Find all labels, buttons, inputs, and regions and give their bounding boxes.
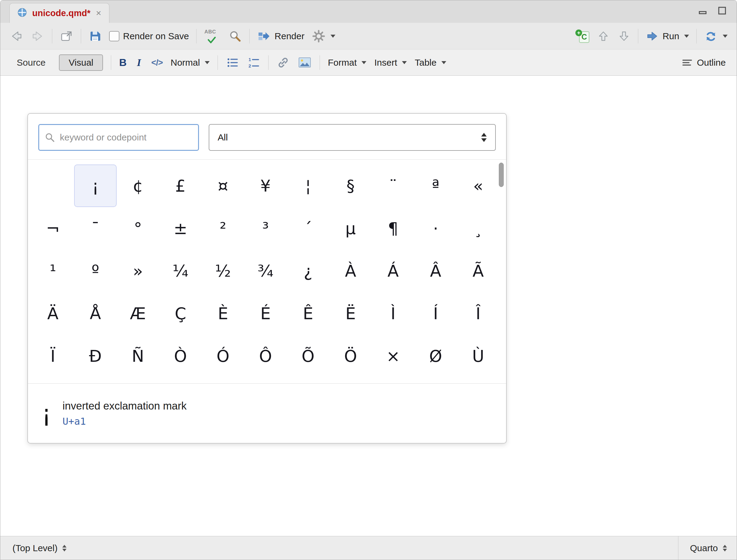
char-cell[interactable]: Ñ [117, 335, 159, 377]
char-cell[interactable]: ¤ [202, 164, 244, 207]
char-cell[interactable]: ¨ [372, 164, 414, 207]
save-button[interactable] [88, 29, 102, 43]
char-cell[interactable]: ¬ [32, 207, 74, 250]
char-cell[interactable]: Î [457, 292, 499, 335]
run-button[interactable]: Run [646, 29, 689, 43]
paragraph-style-dropdown[interactable]: Normal [171, 57, 210, 68]
character-search-input[interactable] [59, 132, 193, 143]
render-on-save-checkbox[interactable] [109, 31, 119, 41]
table-menu[interactable]: Table [415, 57, 446, 68]
minimize-icon[interactable] [697, 5, 708, 17]
char-cell[interactable]: ¦ [287, 164, 329, 207]
char-cell[interactable]: Æ [117, 292, 159, 335]
char-cell[interactable]: Ô [244, 335, 287, 377]
char-cell[interactable]: ° [117, 207, 159, 250]
char-cell[interactable] [32, 164, 74, 207]
char-cell[interactable]: Á [372, 250, 414, 292]
char-preview: ¡ inverted exclamation mark U+a1 [28, 383, 506, 443]
char-cell[interactable]: Ì [372, 292, 414, 335]
char-cell[interactable]: × [372, 335, 414, 377]
link-button[interactable] [277, 56, 290, 69]
search-icon [45, 132, 55, 143]
search-box[interactable] [38, 124, 199, 151]
char-cell[interactable]: Ê [287, 292, 329, 335]
char-cell[interactable]: Â [414, 250, 457, 292]
char-cell[interactable]: ¯ [74, 207, 117, 250]
char-cell[interactable]: Í [414, 292, 457, 335]
outline-toggle-button[interactable]: Outline [681, 57, 726, 69]
char-cell[interactable]: É [244, 292, 287, 335]
char-cell[interactable]: § [329, 164, 372, 207]
char-cell[interactable]: Ó [202, 335, 244, 377]
format-menu[interactable]: Format [328, 57, 367, 68]
open-in-new-window-button[interactable] [60, 29, 74, 43]
char-cell[interactable]: ¸ [457, 207, 499, 250]
char-cell[interactable]: ª [414, 164, 457, 207]
char-cell[interactable]: ± [159, 207, 202, 250]
char-cell[interactable]: È [202, 292, 244, 335]
save-icon [88, 29, 102, 43]
char-cell[interactable]: º [74, 250, 117, 292]
char-cell[interactable]: Ç [159, 292, 202, 335]
char-cell[interactable]: ¶ [372, 207, 414, 250]
find-replace-button[interactable] [228, 29, 242, 43]
char-cell[interactable]: Ï [32, 335, 74, 377]
char-cell[interactable]: Ð [74, 335, 117, 377]
char-cell[interactable]: ¡ [74, 164, 117, 207]
char-cell[interactable]: ¥ [244, 164, 287, 207]
maximize-icon[interactable] [717, 5, 728, 17]
char-cell[interactable]: ² [202, 207, 244, 250]
previous-section-button[interactable] [597, 29, 610, 43]
render-on-save-toggle[interactable]: Render on Save [109, 31, 189, 41]
char-cell[interactable]: Ã [457, 250, 499, 292]
visual-mode-button[interactable]: Visual [59, 54, 103, 71]
numbered-list-button[interactable]: 1 2 [247, 56, 260, 69]
next-section-button[interactable] [617, 29, 631, 43]
char-cell[interactable]: ´ [287, 207, 329, 250]
char-cell[interactable]: ¢ [117, 164, 159, 207]
back-button[interactable] [9, 29, 23, 43]
italic-button[interactable]: I [135, 57, 143, 68]
char-cell[interactable]: « [457, 164, 499, 207]
render-icon [257, 29, 271, 43]
char-cell[interactable]: Ø [414, 335, 457, 377]
char-cell[interactable]: ³ [244, 207, 287, 250]
grid-scrollbar[interactable] [499, 163, 504, 380]
tab-close-icon[interactable]: × [95, 9, 102, 18]
char-cell[interactable]: Õ [287, 335, 329, 377]
char-cell[interactable]: À [329, 250, 372, 292]
char-cell[interactable]: µ [329, 207, 372, 250]
char-cell[interactable]: £ [159, 164, 202, 207]
char-cell[interactable]: Ö [329, 335, 372, 377]
document-format-selector[interactable]: Quarto [678, 536, 737, 560]
char-cell[interactable]: ¹ [32, 250, 74, 292]
forward-button[interactable] [31, 29, 45, 43]
category-select[interactable]: All [209, 124, 496, 151]
char-cell[interactable]: ¼ [159, 250, 202, 292]
char-cell[interactable]: » [117, 250, 159, 292]
char-cell[interactable]: ¾ [244, 250, 287, 292]
char-cell[interactable]: Ò [159, 335, 202, 377]
char-cell[interactable]: · [414, 207, 457, 250]
render-button[interactable]: Render [257, 29, 305, 43]
code-button[interactable]: </> [151, 58, 163, 67]
tab-unicode-qmd[interactable]: unicode.qmd* × [9, 3, 109, 23]
render-options-button[interactable] [312, 29, 336, 43]
insert-menu[interactable]: Insert [374, 57, 407, 68]
char-cell[interactable]: Ù [457, 335, 499, 377]
char-cell[interactable]: ¿ [287, 250, 329, 292]
bullet-list-button[interactable] [226, 56, 239, 69]
insert-chunk-button[interactable]: C + [575, 29, 589, 43]
scope-selector[interactable]: (Top Level) [12, 543, 67, 553]
char-cell[interactable]: Ä [32, 292, 74, 335]
bullet-list-icon [226, 56, 239, 69]
char-cell[interactable]: Ë [329, 292, 372, 335]
scrollbar-thumb[interactable] [499, 163, 504, 187]
rerun-button[interactable] [704, 29, 728, 43]
image-button[interactable] [298, 56, 312, 69]
bold-button[interactable]: B [119, 57, 127, 68]
spellcheck-button[interactable]: ABC [204, 29, 221, 43]
char-cell[interactable]: ½ [202, 250, 244, 292]
source-mode-button[interactable]: Source [11, 55, 51, 70]
char-cell[interactable]: Å [74, 292, 117, 335]
